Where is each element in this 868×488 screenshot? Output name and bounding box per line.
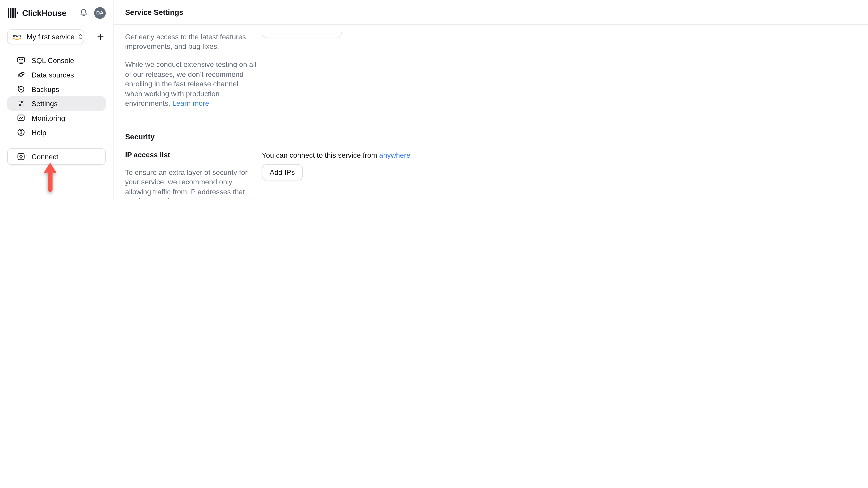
backups-history-icon <box>17 85 25 94</box>
add-service-button[interactable] <box>95 32 106 42</box>
release-channel-select-cutoff[interactable] <box>262 32 342 38</box>
anywhere-link[interactable]: anywhere <box>379 151 410 159</box>
ip-access-status-text: You can connect to this service from <box>262 151 377 159</box>
fast-release-desc1: Get early access to the latest features,… <box>125 32 257 51</box>
sidebar-item-monitoring[interactable]: Monitoring <box>7 111 106 125</box>
connect-wifi-icon <box>17 152 25 161</box>
logo-row: ClickHouse DA <box>0 0 114 26</box>
settings-content: Get early access to the latest features,… <box>114 32 487 199</box>
fast-release-learn-more-link[interactable]: Learn more <box>172 99 209 107</box>
service-selector[interactable]: aws My first service <box>7 29 84 44</box>
security-heading: Security <box>125 133 487 141</box>
sidebar-item-label: Settings <box>32 99 58 108</box>
svg-text:aws: aws <box>13 33 21 38</box>
page-title: Service Settings <box>125 8 183 17</box>
sidebar-item-label: Monitoring <box>32 113 65 122</box>
service-selector-row: aws My first service <box>0 26 114 44</box>
tutorial-pointer-arrow <box>43 162 58 193</box>
ip-access-status: You can connect to this service from any… <box>262 151 487 159</box>
ip-access-row: IP access list To ensure an extra layer … <box>125 150 487 199</box>
sidebar-item-help[interactable]: Help <box>7 125 106 139</box>
sidebar-item-sql-console[interactable]: SQL Console <box>7 53 106 68</box>
brand-name: ClickHouse <box>22 8 79 18</box>
sidebar-item-label: Help <box>32 128 46 136</box>
data-sources-icon <box>17 70 25 79</box>
aws-logo-icon: aws <box>13 33 22 40</box>
connect-label: Connect <box>32 153 59 161</box>
user-avatar[interactable]: DA <box>94 7 105 19</box>
ip-access-desc: To ensure an extra layer of security for… <box>125 167 250 199</box>
service-name: My first service <box>27 33 74 41</box>
app: ClickHouse DA aws My first service <box>0 0 868 199</box>
clickhouse-logo-icon <box>8 8 18 18</box>
section-divider <box>125 127 487 127</box>
help-question-icon <box>17 128 25 137</box>
main-area: Service Settings Get early access to the… <box>114 0 868 199</box>
add-ips-button[interactable]: Add IPs <box>262 164 303 180</box>
sidebar-item-label: SQL Console <box>32 56 74 65</box>
settings-sliders-icon <box>17 99 25 108</box>
ip-access-title: IP access list <box>125 150 254 159</box>
sql-console-icon <box>17 56 25 65</box>
sidebar: ClickHouse DA aws My first service <box>0 0 114 199</box>
fast-release-desc2: While we conduct extensive testing on al… <box>125 60 257 108</box>
sidebar-item-label: Data sources <box>32 70 74 79</box>
sidebar-item-settings[interactable]: Settings <box>7 96 106 111</box>
sidebar-item-label: Backups <box>32 85 59 93</box>
sidebar-nav: SQL Console Data sources <box>0 53 114 139</box>
chevron-up-down-icon <box>77 33 84 40</box>
sidebar-item-data-sources[interactable]: Data sources <box>7 68 106 82</box>
notifications-bell-icon[interactable] <box>79 8 88 17</box>
monitoring-chart-icon <box>17 113 25 122</box>
main-header: Service Settings <box>114 0 868 25</box>
sidebar-item-backups[interactable]: Backups <box>7 82 106 96</box>
